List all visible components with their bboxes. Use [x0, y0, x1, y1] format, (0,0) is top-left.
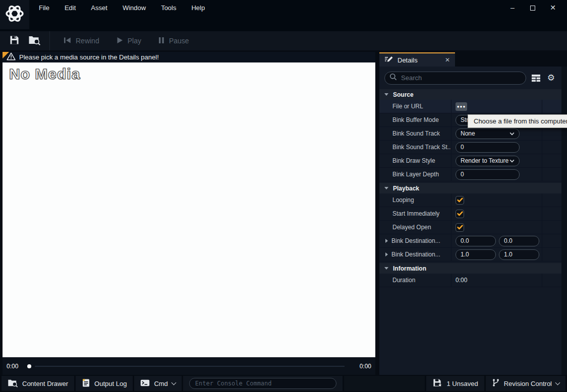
- details-close-icon[interactable]: ✕: [445, 56, 450, 63]
- section-playback[interactable]: Playback: [379, 183, 561, 193]
- destination-upper-left-y-input[interactable]: [499, 236, 539, 246]
- pick-file-button[interactable]: ●●●: [456, 102, 467, 111]
- console-command-block: [183, 376, 343, 391]
- buffer-mode-label: Bink Buffer Mode: [379, 113, 451, 126]
- content-drawer-button[interactable]: Content Drawer: [2, 376, 74, 391]
- delayed-open-checkbox[interactable]: [456, 223, 464, 232]
- toolbar-separator: [49, 31, 50, 50]
- draw-style-label: Bink Draw Style: [379, 154, 451, 167]
- menu-window[interactable]: Window: [115, 4, 153, 12]
- tab-details[interactable]: Details ✕: [379, 52, 455, 67]
- output-log-label: Output Log: [94, 380, 127, 387]
- row-spacer: [542, 154, 561, 167]
- save-button[interactable]: [4, 31, 24, 50]
- section-playback-title: Playback: [393, 185, 419, 192]
- menu-bar: File Edit Asset Window Tools Help: [31, 0, 212, 15]
- menu-help[interactable]: Help: [184, 4, 212, 12]
- row-bink-sound-track-start: Bink Sound Track St..: [379, 141, 561, 154]
- destination-lower-right-label: Bink Destination...: [391, 251, 440, 258]
- details-body: ⚙ Source File or URL ●●● Bink Buffer Mod…: [379, 67, 567, 375]
- looping-label: Looping: [379, 193, 451, 207]
- menu-edit[interactable]: Edit: [57, 4, 83, 12]
- menu-asset[interactable]: Asset: [83, 4, 115, 12]
- layer-depth-input[interactable]: [456, 169, 520, 180]
- start-immediately-label: Start Immediately: [379, 207, 451, 220]
- search-input[interactable]: [401, 74, 521, 82]
- looping-checkbox[interactable]: [456, 196, 464, 205]
- row-spacer: [542, 221, 561, 234]
- duration-value: 0:00: [456, 277, 467, 284]
- media-warning-bar: Please pick a media source in the Detail…: [3, 52, 375, 62]
- workspace: Please pick a media source in the Detail…: [0, 50, 567, 375]
- content-drawer-label: Content Drawer: [22, 380, 68, 387]
- row-spacer: [542, 168, 561, 181]
- modified-corner-flag: [3, 52, 9, 58]
- maximize-icon: [530, 6, 535, 11]
- timeline-track[interactable]: [35, 366, 344, 367]
- playback-timeline[interactable]: 0:00 0:00: [3, 357, 375, 375]
- details-scrollbar-track[interactable]: [561, 67, 567, 375]
- sound-track-start-input[interactable]: [456, 142, 520, 153]
- chevron-down-icon: [171, 380, 176, 385]
- settings-button[interactable]: ⚙: [546, 74, 556, 82]
- play-button[interactable]: Play: [108, 37, 150, 45]
- content-drawer-icon: [8, 378, 18, 389]
- window-controls: – ✕: [502, 0, 563, 15]
- save-star-icon: [432, 378, 442, 389]
- tooltip: Choose a file from this computer: [468, 114, 567, 128]
- media-viewport: Please pick a media source in the Detail…: [3, 52, 375, 357]
- media-display-area: No Media: [3, 62, 375, 357]
- branch-icon: [492, 378, 500, 388]
- destination-lower-right-y-input[interactable]: [499, 249, 539, 260]
- section-information[interactable]: Information: [379, 263, 561, 274]
- chevron-down-icon: [555, 380, 560, 385]
- expander-arrow-icon[interactable]: [385, 252, 388, 256]
- row-bink-destination-upper-left: Bink Destination...: [379, 234, 561, 248]
- delayed-open-label: Delayed Open: [379, 221, 451, 234]
- row-spacer: [542, 248, 561, 261]
- bink-logo-icon: [5, 4, 25, 26]
- output-log-button[interactable]: Output Log: [76, 376, 133, 391]
- destination-upper-left-x-input[interactable]: [456, 236, 496, 246]
- row-spacer: [542, 193, 561, 207]
- sound-track-dropdown[interactable]: None: [456, 128, 520, 139]
- menu-tools[interactable]: Tools: [153, 4, 184, 12]
- play-label: Play: [128, 37, 141, 45]
- search-box[interactable]: [384, 72, 526, 85]
- title-bar: File Edit Asset Window Tools Help – ✕: [0, 0, 567, 15]
- status-bar-spacer: [344, 376, 425, 391]
- unsaved-label: 1 Unsaved: [446, 380, 478, 387]
- revision-control-button[interactable]: Revision Control: [486, 376, 565, 391]
- destination-lower-right-x-input[interactable]: [456, 249, 496, 260]
- minimize-button[interactable]: –: [502, 0, 523, 15]
- draw-style-dropdown[interactable]: Render to Texture: [456, 156, 520, 166]
- rewind-button[interactable]: Rewind: [55, 37, 108, 45]
- gear-icon: ⚙: [547, 74, 555, 82]
- browse-to-asset-button[interactable]: [24, 31, 44, 50]
- maximize-button[interactable]: [523, 0, 543, 15]
- display-filter-button[interactable]: [531, 74, 541, 82]
- pause-button[interactable]: Pause: [150, 37, 198, 45]
- duration-label: Duration: [379, 274, 451, 287]
- row-bink-draw-style: Bink Draw Style Render to Texture: [379, 154, 561, 168]
- row-spacer: [542, 234, 561, 247]
- unsaved-assets-button[interactable]: 1 Unsaved: [426, 376, 484, 391]
- close-window-button[interactable]: ✕: [543, 0, 563, 15]
- details-icon: [384, 55, 393, 65]
- cmd-label: Cmd: [154, 380, 167, 387]
- menu-file[interactable]: File: [31, 4, 57, 12]
- cmd-selector[interactable]: Cmd: [134, 376, 181, 391]
- chevron-down-icon: [384, 267, 388, 270]
- row-looping: Looping: [379, 193, 561, 207]
- asset-tab-bar: NewBinkMediaPlayer* ✕: [0, 15, 567, 31]
- console-command-input[interactable]: [189, 378, 336, 389]
- section-source[interactable]: Source: [379, 89, 561, 100]
- chevron-down-icon: [509, 130, 515, 137]
- start-immediately-checkbox[interactable]: [456, 210, 464, 218]
- details-tab-title: Details: [398, 56, 418, 64]
- row-bink-sound-track: Bink Sound Track None: [379, 127, 561, 141]
- chevron-down-icon: [509, 157, 515, 164]
- playhead-dot[interactable]: [27, 364, 31, 368]
- pause-label: Pause: [169, 37, 189, 45]
- expander-arrow-icon[interactable]: [385, 239, 388, 243]
